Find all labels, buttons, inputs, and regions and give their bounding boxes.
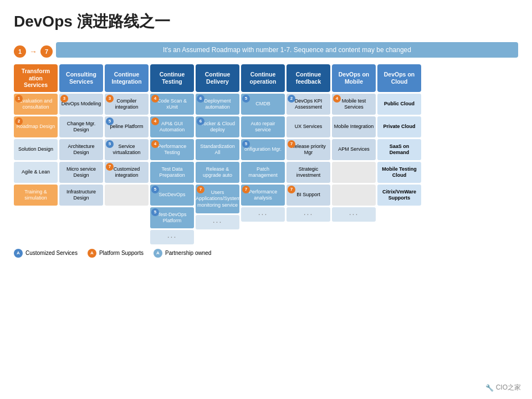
cell-ci4: 7 Customized integration	[105, 162, 149, 183]
cell-m1: 4 Mobile test Services	[332, 94, 376, 115]
header-consulting: Consulting Services	[59, 64, 103, 92]
cell-c2: Change Mgr. Design	[59, 116, 103, 137]
cell-cf5: 7 BI Support	[287, 185, 330, 206]
header-cd: Continue Delivery	[196, 64, 239, 92]
cell-cd1: 6 Deployment automation	[196, 94, 239, 115]
header-co: Continue operation	[241, 64, 285, 92]
roadmap-banner: It's an Assumed Roadmap with number 1-7.…	[56, 42, 518, 58]
cell-c1: 3 DevOps Modeling	[59, 94, 103, 115]
cell-t1: 1 Evaluation and consultation	[14, 94, 58, 115]
legend-badge-3: A	[154, 249, 162, 258]
legend: A Customized Services A Platform Support…	[14, 249, 518, 258]
cell-c5: Infrastructure Design	[59, 185, 103, 206]
cell-cloud5: Citrix/VmWare Supports	[377, 185, 421, 206]
legend-badge-2: A	[88, 249, 96, 258]
header-ci: Continue Integration	[105, 64, 149, 92]
col-transformation: 1 Evaluation and consultation 2 Roadmap …	[14, 94, 58, 244]
cell-ct5: 5 SecDevOps	[150, 185, 194, 206]
cell-co2: Auto repair service	[241, 116, 285, 137]
grid: 1 Evaluation and consultation 2 Roadmap …	[14, 94, 518, 244]
col-mobile: 4 Mobile test Services Mobile Integratio…	[332, 94, 376, 244]
cell-cf1: 2 DevOps KPI Assessment	[287, 94, 330, 115]
cell-ct-dots: ···	[150, 230, 194, 244]
arrow-icon: →	[29, 47, 37, 56]
cell-co-dots: ···	[241, 207, 285, 222]
cell-t5: Training & simulation	[14, 185, 58, 206]
cell-ct3: 4 Performance Testing	[150, 139, 194, 160]
col-ct: 4 Code Scan & xUnit 4 API& GUI Automatio…	[150, 94, 194, 244]
col-cd: 6 Deployment automation 6 Docker & Cloud…	[196, 94, 239, 244]
cell-co1: 5 CMDB	[241, 94, 285, 115]
cell-m2: Mobile Integration	[332, 116, 376, 137]
cell-m3: APM Services	[332, 139, 376, 160]
legend-badge-1: A	[14, 249, 23, 258]
cell-cf2: UX Services	[287, 116, 330, 137]
legend-item-3: A Partnership owned	[154, 249, 211, 258]
header-transformation: Transform ation Services	[14, 64, 58, 92]
circle-1: 1	[14, 45, 26, 58]
col-consulting: 3 DevOps Modeling Change Mgr. Design Arc…	[59, 94, 103, 244]
cell-ct2: 4 API& GUI Automation	[150, 116, 194, 137]
cell-ci5	[105, 185, 149, 206]
page-title: DevOps 演进路线之一	[14, 11, 518, 32]
cell-c3: Architecture Design	[59, 139, 103, 160]
page: DevOps 演进路线之一 1 → 7 It's an Assumed Road…	[0, 0, 532, 399]
legend-item-2: A Platform Supports	[88, 249, 144, 258]
cell-t2: 2 Roadmap Design	[14, 116, 58, 137]
cell-cd4: Release & upgrade auto	[196, 162, 239, 183]
cell-co3: 5 onfiguration Mgr.	[241, 139, 285, 160]
cell-cd2: 6 Docker & Cloud deploy	[196, 116, 239, 137]
col-cf: 2 DevOps KPI Assessment UX Services 7 Re…	[287, 94, 330, 244]
cell-co4: Patch management	[241, 162, 285, 183]
cell-m4	[332, 162, 376, 183]
cell-cloud4: Mobile Testing Cloud	[377, 162, 421, 183]
cell-ci2: 5 peline Platform	[105, 116, 149, 137]
logo-icon: 🔧	[485, 384, 494, 392]
cell-c4: Micro service Design	[59, 162, 103, 183]
cell-t3: Solution Design	[14, 139, 58, 160]
cell-ci3: 5 Service virtualization	[105, 139, 149, 160]
header-cloud: DevOps on Cloud	[377, 64, 421, 92]
circle-7: 7	[40, 45, 53, 58]
cell-ct1: 4 Code Scan & xUnit	[150, 94, 194, 115]
col-co: 5 CMDB Auto repair service 5 onfiguratio…	[241, 94, 285, 244]
header-mobile: DevOps on Mobile	[332, 64, 376, 92]
cell-cf3: 7 Release priority Mgr	[287, 139, 330, 160]
cell-t4: Agile & Lean	[14, 162, 58, 183]
header-cf: Continue feedback	[287, 64, 330, 92]
cell-m5	[332, 185, 376, 206]
cell-cd3: Standardization All	[196, 139, 239, 160]
col-cloud: Public Cloud Private Cloud SaaS on Deman…	[377, 94, 421, 244]
cell-ci1: 3 Compiler integration	[105, 94, 149, 115]
logo-text: CIO之家	[496, 383, 521, 392]
cell-m-dots: ···	[332, 207, 376, 222]
cell-cloud1: Public Cloud	[377, 94, 421, 115]
cell-cf-dots: ···	[287, 207, 330, 222]
cell-ct6: 5 Test-DevOps Platform	[150, 207, 194, 228]
cell-ct4: Test Data Preparation	[150, 162, 194, 183]
cell-cf4: Strategic investment	[287, 162, 330, 183]
legend-item-1: A Customized Services	[14, 249, 78, 258]
header-ct: Continue Testing	[150, 64, 194, 92]
logo: 🔧 CIO之家	[485, 383, 521, 392]
cell-cloud2: Private Cloud	[377, 116, 421, 137]
cell-cd-dots: ···	[196, 215, 239, 229]
col-ci: 3 Compiler integration 5 peline Platform…	[105, 94, 149, 244]
cell-co5: 7 Performance analysis	[241, 185, 285, 206]
cell-cd5: 7 Users /Applications/System monitoring …	[196, 185, 239, 213]
cell-cloud3: SaaS on Demand	[377, 139, 421, 160]
